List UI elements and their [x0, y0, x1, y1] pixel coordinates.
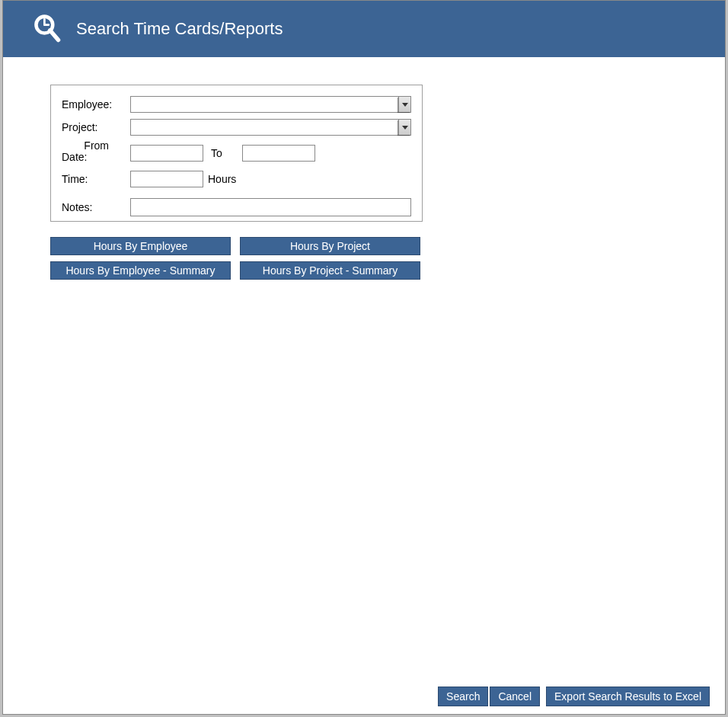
export-button[interactable]: Export Search Results to Excel: [546, 687, 710, 706]
from-date-label-bottom: Date:: [62, 152, 130, 163]
search-clock-icon: [30, 12, 64, 46]
svg-marker-5: [402, 126, 408, 130]
employee-label: Employee:: [62, 98, 130, 110]
time-input[interactable]: [130, 171, 203, 187]
row-date: From Date: To: [62, 142, 411, 165]
hours-by-employee-summary-button[interactable]: Hours By Employee - Summary: [50, 261, 231, 280]
time-unit-label: Hours: [208, 173, 236, 185]
from-date-input[interactable]: [130, 145, 203, 162]
svg-line-3: [50, 30, 59, 40]
cancel-button[interactable]: Cancel: [490, 687, 540, 706]
header-bar: Search Time Cards/Reports: [3, 1, 725, 57]
time-label: Time:: [62, 173, 130, 185]
employee-combo[interactable]: [130, 96, 411, 113]
report-button-row-2: Hours By Employee - Summary Hours By Pro…: [50, 261, 420, 280]
row-employee: Employee:: [62, 96, 411, 113]
footer-bar: Search Cancel Export Search Results to E…: [438, 687, 710, 706]
to-label: To: [211, 147, 222, 159]
notes-label: Notes:: [62, 201, 130, 213]
row-time: Time: Hours: [62, 171, 411, 187]
window: Search Time Cards/Reports Employee: Proj…: [2, 0, 726, 715]
project-combo[interactable]: [130, 119, 411, 136]
page-title: Search Time Cards/Reports: [76, 19, 283, 39]
from-date-label: From Date:: [62, 140, 130, 163]
notes-input[interactable]: [130, 198, 411, 216]
content-area: Employee: Project: From Dat: [3, 57, 725, 714]
footer-group-left: Search Cancel: [438, 687, 540, 706]
search-button[interactable]: Search: [438, 687, 488, 706]
dropdown-arrow-icon[interactable]: [398, 97, 410, 112]
svg-marker-4: [402, 103, 408, 107]
hours-by-project-summary-button[interactable]: Hours By Project - Summary: [240, 261, 420, 280]
hours-by-employee-button[interactable]: Hours By Employee: [50, 237, 231, 255]
row-project: Project:: [62, 119, 411, 136]
search-form-panel: Employee: Project: From Dat: [50, 85, 423, 222]
to-date-input[interactable]: [242, 145, 315, 162]
row-notes: Notes:: [62, 198, 411, 216]
hours-by-project-button[interactable]: Hours By Project: [240, 237, 420, 255]
project-label: Project:: [62, 121, 130, 133]
report-button-row-1: Hours By Employee Hours By Project: [50, 237, 420, 255]
dropdown-arrow-icon[interactable]: [398, 120, 410, 135]
from-date-label-top: From: [62, 140, 130, 152]
